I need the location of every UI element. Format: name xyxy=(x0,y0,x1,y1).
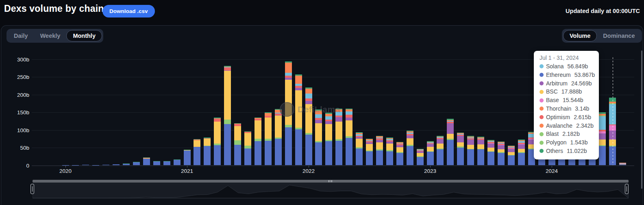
bar-segment-solana xyxy=(346,111,352,115)
bar-segment-bsc xyxy=(204,139,211,146)
bar-segment-bsc xyxy=(376,142,383,149)
bar-column[interactable] xyxy=(102,165,109,165)
bar-segment-optimism xyxy=(224,68,231,71)
bar-segment-bsc xyxy=(224,71,231,120)
bar-segment-arbitrum xyxy=(407,135,413,139)
bar-segment-ethereum xyxy=(234,145,241,165)
bar-column[interactable] xyxy=(244,131,251,166)
x-axis-tick xyxy=(187,166,187,168)
bar-column[interactable] xyxy=(265,112,272,165)
bar-segment-arbitrum xyxy=(487,144,494,148)
bar-column[interactable] xyxy=(92,165,99,166)
bar-column[interactable] xyxy=(325,113,332,165)
bar-segment-ethereum xyxy=(113,164,120,165)
datazoom-minimap[interactable] xyxy=(33,183,629,198)
vertical-scrollbar[interactable] xyxy=(641,50,642,189)
bar-column[interactable] xyxy=(417,149,424,165)
x-axis-label: 2021 xyxy=(181,168,193,174)
tooltip-row: Solana56.849b xyxy=(540,62,593,71)
bar-column[interactable] xyxy=(427,141,434,165)
bar-segment-bsc xyxy=(477,144,484,148)
bar-column[interactable] xyxy=(376,136,383,166)
bar-column[interactable] xyxy=(214,118,221,165)
bar-segment-ethereum xyxy=(285,127,292,166)
bar-segment-ethereum xyxy=(518,153,525,165)
bar-column[interactable] xyxy=(305,87,312,165)
bar-column[interactable] xyxy=(72,165,79,166)
bar-column[interactable] xyxy=(174,159,181,165)
tooltip-row: Arbitrum24.569b xyxy=(540,79,593,88)
horizontal-scrollbar[interactable] xyxy=(33,180,629,183)
bar-segment-arbitrum xyxy=(467,140,474,145)
bar-column[interactable] xyxy=(234,123,241,165)
bar-segment-arbitrum xyxy=(335,117,342,121)
bar-column[interactable] xyxy=(487,140,494,166)
bar-column[interactable] xyxy=(457,133,464,166)
bar-segment-bsc xyxy=(285,80,292,125)
tooltip-row: Polygon1.543b xyxy=(540,138,593,147)
bar-segment-ethereum xyxy=(275,139,282,165)
bar-column[interactable] xyxy=(255,118,261,165)
bar-segment-ethereum xyxy=(174,160,181,165)
bar-column[interactable] xyxy=(123,164,130,165)
series-value: 2.182b xyxy=(562,130,580,138)
bar-column[interactable] xyxy=(477,137,484,166)
bar-segment-polygon xyxy=(224,120,231,124)
bar-column[interactable] xyxy=(285,61,292,165)
bar-segment-solana xyxy=(335,112,342,116)
bar-column[interactable] xyxy=(437,136,444,165)
bar-column[interactable] xyxy=(396,142,403,165)
bar-column[interactable] xyxy=(315,109,322,165)
bar-column[interactable] xyxy=(153,161,160,165)
bar-segment-ethereum xyxy=(376,150,383,165)
bar-segment-optimism xyxy=(214,119,221,122)
bar-column[interactable] xyxy=(295,74,302,165)
bar-segment-bsc xyxy=(487,148,494,151)
bar-column[interactable] xyxy=(133,162,140,165)
bar-column[interactable] xyxy=(599,112,606,165)
bar-column[interactable] xyxy=(113,164,120,165)
bar-segment-ethereum xyxy=(194,147,200,165)
bar-segment-ethereum xyxy=(295,129,302,166)
bar-column[interactable] xyxy=(275,109,282,165)
bar-column[interactable] xyxy=(518,140,525,165)
bar-column[interactable] xyxy=(346,109,352,166)
bar-column[interactable] xyxy=(194,139,200,166)
bar-column[interactable] xyxy=(508,146,515,165)
datazoom-left-handle[interactable] xyxy=(30,184,34,194)
bar-column[interactable] xyxy=(62,165,69,166)
series-name: Arbitrum xyxy=(546,79,568,88)
bar-column[interactable] xyxy=(447,119,454,166)
series-name: BSC xyxy=(546,87,558,96)
bar-column[interactable] xyxy=(467,136,474,165)
bar-column[interactable] xyxy=(184,150,191,166)
bar-column[interactable] xyxy=(163,161,170,165)
bar-column[interactable] xyxy=(143,157,150,165)
bar-column[interactable] xyxy=(224,66,231,166)
bar-segment-ethereum xyxy=(477,149,484,165)
series-name: Avalanche xyxy=(546,122,572,130)
datazoom-right-handle[interactable] xyxy=(625,184,629,194)
bar-segment-ethereum xyxy=(143,159,150,166)
bar-column[interactable] xyxy=(366,139,373,166)
bar-column[interactable] xyxy=(82,165,89,165)
bar-segment-bsc xyxy=(396,147,403,152)
series-value: 2.342b xyxy=(576,122,594,130)
gridline xyxy=(32,166,634,166)
bar-column[interactable] xyxy=(407,131,413,165)
bar-column[interactable] xyxy=(619,163,626,165)
bar-segment-bsc xyxy=(265,118,272,139)
bar-segment-ethereum xyxy=(366,151,373,166)
bar-column[interactable] xyxy=(356,132,363,166)
bar-segment-bsc xyxy=(407,138,413,145)
bar-column[interactable] xyxy=(386,137,393,166)
y-axis-label: 300b xyxy=(11,57,29,63)
bar-segment-ethereum xyxy=(163,161,170,166)
scrollbar-grip-icon[interactable] xyxy=(329,180,333,182)
x-axis-label: 2022 xyxy=(302,168,315,174)
bar-column[interactable] xyxy=(335,109,342,166)
bar-column[interactable] xyxy=(498,142,505,166)
bar-column[interactable] xyxy=(204,137,211,165)
bar-segment-ethereum xyxy=(204,146,211,166)
x-axis-label: 2024 xyxy=(546,168,558,174)
